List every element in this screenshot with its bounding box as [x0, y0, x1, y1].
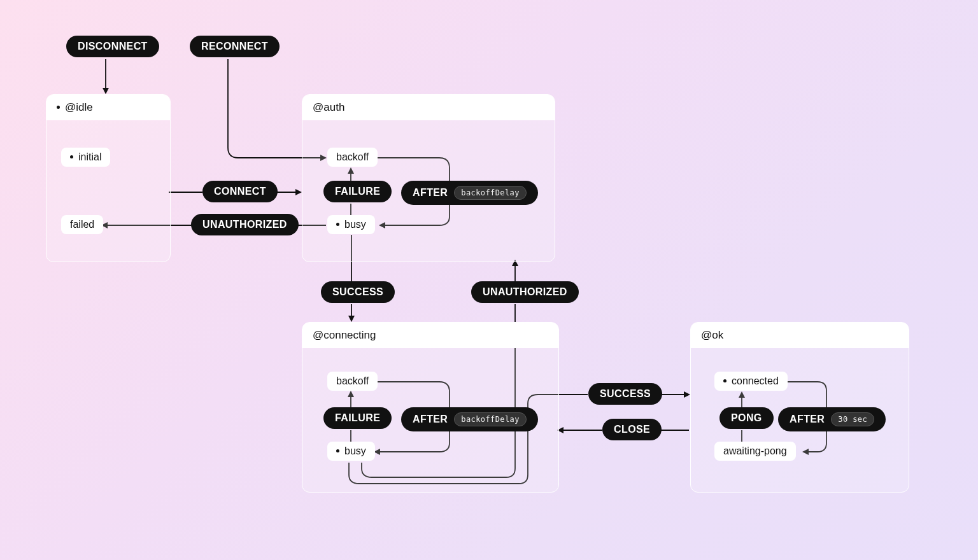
event-reconnect: RECONNECT [190, 36, 280, 57]
event-label: UNAUTHORIZED [483, 286, 567, 298]
state-region-auth: @auth [302, 94, 555, 262]
state-node-label: failed [70, 219, 94, 230]
state-node-connecting-busy: busy [327, 442, 375, 461]
event-conn-unauthorized: UNAUTHORIZED [471, 281, 579, 303]
event-connect: CONNECT [202, 181, 278, 202]
state-node-auth-backoff: backoff [327, 148, 378, 167]
state-region-header: @connecting [302, 323, 558, 348]
event-label: AFTER [790, 414, 825, 425]
event-label: DISCONNECT [78, 41, 148, 52]
state-region-title: @auth [313, 101, 344, 113]
state-node-connecting-backoff: backoff [327, 372, 378, 391]
state-node-label: awaiting-pong [723, 445, 787, 456]
state-node-ok-awaiting-pong: awaiting-pong [714, 442, 796, 461]
state-node-ok-connected: connected [714, 372, 788, 391]
event-ok-after: AFTER 30 sec [778, 407, 886, 431]
event-label: FAILURE [335, 186, 380, 197]
state-node-label: connected [732, 375, 779, 386]
event-conn-close: CLOSE [602, 419, 662, 440]
state-region-title: @connecting [313, 329, 376, 341]
state-node-idle-initial: initial [61, 148, 110, 167]
event-label: PONG [731, 412, 762, 424]
event-sub-label: backoffDelay [454, 412, 527, 426]
event-auth-after: AFTER backoffDelay [401, 181, 538, 205]
state-node-label: initial [78, 151, 101, 162]
event-label: FAILURE [335, 412, 380, 424]
event-label: SUCCESS [600, 388, 651, 400]
event-label: UNAUTHORIZED [202, 219, 287, 230]
event-label: CONNECT [214, 186, 266, 197]
event-label: RECONNECT [201, 41, 268, 52]
state-region-header: @ok [691, 323, 909, 348]
state-region-header: @auth [302, 95, 555, 120]
event-auth-success: SUCCESS [321, 281, 395, 303]
event-ok-pong: PONG [719, 407, 774, 429]
event-disconnect: DISCONNECT [66, 36, 159, 57]
event-auth-failure: FAILURE [323, 181, 392, 202]
event-sub-label: 30 sec [831, 412, 874, 426]
event-label: AFTER [413, 187, 448, 199]
state-node-idle-failed: failed [61, 215, 103, 234]
event-label: AFTER [413, 414, 448, 425]
state-region-header: @idle [46, 95, 170, 120]
event-conn-failure: FAILURE [323, 407, 392, 429]
diagram-canvas: @idle @auth @connecting @ok initial fail… [0, 0, 978, 560]
event-auth-unauthorized: UNAUTHORIZED [191, 214, 299, 235]
state-node-label: backoff [336, 375, 369, 386]
state-region-title: @ok [701, 329, 723, 341]
event-conn-after: AFTER backoffDelay [401, 407, 538, 431]
state-node-label: backoff [336, 151, 369, 162]
state-node-auth-busy: busy [327, 215, 375, 234]
event-label: SUCCESS [332, 286, 383, 298]
state-region-idle: @idle [46, 94, 171, 262]
state-node-label: busy [344, 445, 366, 456]
event-sub-label: backoffDelay [454, 186, 527, 200]
state-region-title: @idle [65, 101, 93, 113]
event-label: CLOSE [614, 424, 650, 435]
state-node-label: busy [344, 219, 366, 230]
event-conn-success: SUCCESS [588, 383, 662, 405]
